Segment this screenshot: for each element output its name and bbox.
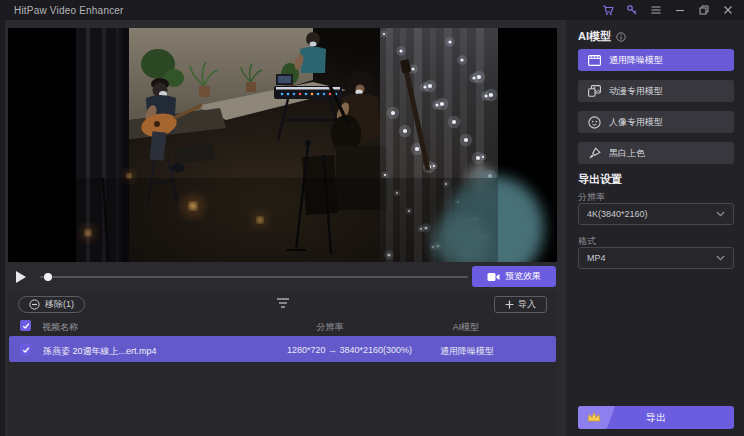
video-scene xyxy=(8,28,557,262)
import-button[interactable]: 导入 xyxy=(494,296,547,313)
file-resolution: 1280*720 → 3840*2160(300%) xyxy=(277,345,422,355)
titlebar: HitPaw Video Enhancer xyxy=(0,0,744,20)
ai-models-title: AI模型 xyxy=(578,29,611,44)
preview-effect-button[interactable]: 预览效果 xyxy=(472,266,556,287)
app-title: HitPaw Video Enhancer xyxy=(14,5,124,16)
file-name: 孫燕姿 20週年線上...ert.mp4 xyxy=(43,345,157,358)
plus-icon xyxy=(505,300,514,309)
minimize-icon[interactable] xyxy=(673,4,686,17)
progress-handle[interactable] xyxy=(44,273,52,281)
window-edge xyxy=(0,0,5,436)
paint-brush-icon xyxy=(588,147,601,160)
model-button-portrait[interactable]: 人像专用模型 xyxy=(578,111,734,133)
crown-icon xyxy=(586,410,602,424)
model-button-colorize[interactable]: 黑白上色 xyxy=(578,142,734,164)
preview-effect-label: 预览效果 xyxy=(505,270,541,283)
remove-label: 移除(1) xyxy=(45,298,74,311)
file-model: 通用降噪模型 xyxy=(429,345,505,358)
chevron-down-icon xyxy=(716,255,725,261)
film-frame-icon xyxy=(588,55,601,66)
arrow-icon: → xyxy=(328,345,337,355)
player-controls: 预览效果 xyxy=(8,266,557,288)
column-model: AI模型 xyxy=(436,321,496,334)
resolution-value: 4K(3840*2160) xyxy=(587,209,648,219)
ai-models-header: AI模型 xyxy=(578,29,626,44)
file-toolbar: 移除(1) 导入 xyxy=(8,292,557,316)
titlebar-icons xyxy=(601,4,744,17)
file-table-header: 视频名称 分辨率 AI模型 xyxy=(8,318,557,334)
export-label: 导出 xyxy=(646,411,666,425)
model-label: 黑白上色 xyxy=(609,147,645,160)
column-resolution: 分辨率 xyxy=(293,321,367,334)
portrait-face-icon xyxy=(588,116,601,129)
column-name: 视频名称 xyxy=(42,321,78,334)
close-icon[interactable] xyxy=(721,4,734,17)
model-label: 通用降噪模型 xyxy=(609,54,663,67)
video-preview[interactable] xyxy=(8,28,557,262)
model-label: 动漫专用模型 xyxy=(609,85,663,98)
model-button-general-denoise[interactable]: 通用降噪模型 xyxy=(578,49,734,71)
camera-icon xyxy=(487,272,500,282)
resolution-from: 1280*720 xyxy=(287,345,326,355)
cart-icon[interactable] xyxy=(601,4,614,17)
filter-icon[interactable] xyxy=(276,297,290,309)
format-value: MP4 xyxy=(587,253,606,263)
key-icon[interactable] xyxy=(625,4,638,17)
menu-icon[interactable] xyxy=(649,4,662,17)
import-label: 导入 xyxy=(518,298,536,311)
remove-minus-icon xyxy=(29,299,40,310)
app-window: HitPaw Video Enhancer xyxy=(0,0,744,436)
info-icon[interactable] xyxy=(616,32,626,42)
row-checkbox[interactable] xyxy=(20,344,31,355)
chevron-down-icon xyxy=(716,211,725,217)
model-button-anime[interactable]: 动漫专用模型 xyxy=(578,80,734,102)
progress-bar[interactable] xyxy=(40,276,468,278)
export-button[interactable]: 导出 xyxy=(578,406,734,429)
resolution-dropdown[interactable]: 4K(3840*2160) xyxy=(578,203,734,225)
resolution-to: 3840*2160(300%) xyxy=(340,345,413,355)
sidebar: AI模型 通用降噪模型 动漫专用模型 人像专用模型 黑白上色 导出设置 分辨率 … xyxy=(566,20,744,436)
play-icon[interactable] xyxy=(14,269,28,285)
model-label: 人像专用模型 xyxy=(609,116,663,129)
select-all-checkbox[interactable] xyxy=(20,320,31,331)
format-dropdown[interactable]: MP4 xyxy=(578,247,734,269)
file-list-panel: 移除(1) 导入 视频名称 分辨率 AI模型 孫燕姿 20週年線上...ert.… xyxy=(8,292,557,436)
remove-button[interactable]: 移除(1) xyxy=(18,296,85,313)
file-row[interactable]: 孫燕姿 20週年線上...ert.mp4 1280*720 → 3840*216… xyxy=(9,336,556,362)
export-settings-header: 导出设置 xyxy=(578,172,622,187)
restore-icon[interactable] xyxy=(697,4,710,17)
anime-photos-icon xyxy=(588,85,601,97)
